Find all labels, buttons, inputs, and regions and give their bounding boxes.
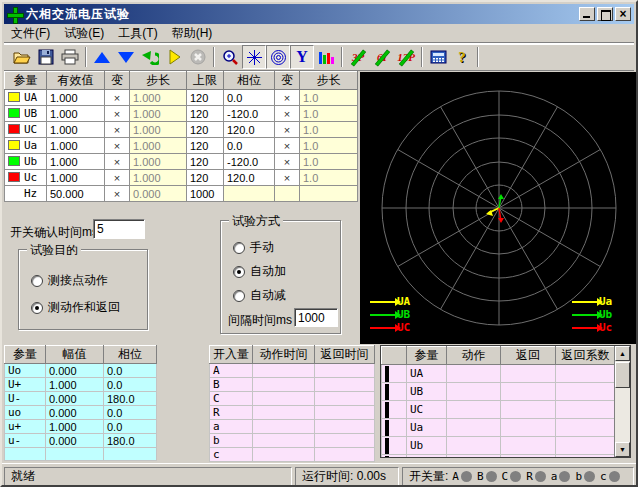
switch-dot-icon (609, 471, 620, 482)
interval-input[interactable] (294, 308, 338, 327)
checkbox[interactable] (385, 366, 389, 382)
rms-cell[interactable]: 1.000 (47, 154, 105, 170)
phase-cell[interactable]: -120.0 (224, 106, 275, 122)
close-button[interactable]: × (615, 7, 631, 21)
radio-icon[interactable] (233, 266, 245, 278)
checkbox[interactable] (385, 402, 389, 418)
move-down-button[interactable] (114, 45, 138, 69)
table-row: U-0.000180.0 (5, 392, 157, 406)
scroll-thumb[interactable] (615, 362, 630, 388)
col-checkbox (382, 347, 407, 365)
checkbox[interactable] (385, 384, 389, 400)
limit-cell[interactable]: 1000 (187, 186, 224, 202)
phase-cell[interactable]: 0.0 (224, 138, 275, 154)
start-button[interactable] (162, 45, 186, 69)
open-button[interactable] (10, 45, 34, 69)
table-row: C (210, 392, 375, 406)
var-cell (275, 186, 300, 202)
var-cell[interactable]: × (105, 122, 130, 138)
var-cell[interactable]: × (105, 138, 130, 154)
menu-file[interactable]: 文件(F) (4, 23, 57, 44)
phase-cell[interactable]: 120.0 (224, 122, 275, 138)
limit-cell[interactable]: 120 (187, 90, 224, 106)
radio-auto-increase[interactable]: 自动加 (233, 263, 286, 280)
question-mark-icon: ? (458, 49, 466, 66)
var-cell[interactable]: × (105, 186, 130, 202)
crosshair-view-button[interactable] (242, 45, 266, 69)
phase-cell[interactable]: 120.0 (224, 170, 275, 186)
var-cell[interactable]: × (275, 154, 300, 170)
move-up-button[interactable] (90, 45, 114, 69)
scroll-up-button[interactable]: ▲ (615, 346, 630, 361)
mode-12p-button[interactable]: 12P (394, 45, 418, 69)
rms-cell[interactable]: 50.000 (47, 186, 105, 202)
y-vector-icon: Y (296, 48, 308, 66)
calculator-icon (430, 50, 447, 64)
checkbox[interactable] (385, 420, 389, 436)
col-amplitude: 幅值 (46, 346, 104, 364)
var-cell[interactable]: × (275, 106, 300, 122)
interval-label: 间隔时间ms (228, 312, 292, 329)
mode-6i-button[interactable]: 6I (370, 45, 394, 69)
switch-indicator: a (551, 470, 571, 483)
menu-tools[interactable]: 工具(T) (111, 23, 164, 44)
limit-cell[interactable]: 120 (187, 122, 224, 138)
maximize-button[interactable] (597, 7, 613, 21)
help-button[interactable]: ? (450, 45, 474, 69)
rms-cell[interactable]: 1.000 (47, 106, 105, 122)
radio-icon[interactable] (233, 242, 245, 254)
app-window: { "window": { "title": "六相交流电压试验" }, "me… (0, 0, 638, 487)
rms-cell[interactable]: 1.000 (47, 138, 105, 154)
zoom-button[interactable] (218, 45, 242, 69)
calculator-button[interactable] (426, 45, 450, 69)
rms-cell[interactable]: 1.000 (47, 170, 105, 186)
vector-view-button[interactable]: Y (290, 45, 314, 69)
var-cell[interactable]: × (275, 170, 300, 186)
stop-button[interactable] (186, 45, 210, 69)
var-cell[interactable]: × (105, 154, 130, 170)
var-cell[interactable]: × (105, 90, 130, 106)
radio-icon[interactable] (233, 290, 245, 302)
var-cell[interactable]: × (105, 106, 130, 122)
phase-cell[interactable]: 0.0 (224, 90, 275, 106)
undo-button[interactable] (138, 45, 162, 69)
minimize-button[interactable] (579, 7, 595, 21)
var-cell[interactable]: × (275, 138, 300, 154)
limit-cell[interactable]: 120 (187, 138, 224, 154)
col-step2: 步长 (300, 72, 358, 90)
radio-contact-action[interactable]: 测接点动作 (31, 272, 108, 289)
checkbox[interactable] (385, 438, 389, 454)
col-limit: 上限 (187, 72, 224, 90)
radio-icon[interactable] (31, 275, 43, 287)
rms-cell[interactable]: 1.000 (47, 90, 105, 106)
radio-auto-decrease[interactable]: 自动减 (233, 287, 286, 304)
circle-view-button[interactable] (266, 45, 290, 69)
limit-cell[interactable]: 120 (187, 154, 224, 170)
parameter-table: 参量 有效值 变 步长 上限 相位 变 步长 UA 1.000 × 1.000 … (4, 71, 358, 202)
radio-icon[interactable] (31, 302, 43, 314)
color-swatch (8, 140, 20, 150)
var-cell[interactable]: × (275, 90, 300, 106)
menu-help[interactable]: 帮助(H) (165, 23, 220, 44)
limit-cell[interactable]: 120 (187, 170, 224, 186)
status-ready: 就绪 (4, 467, 292, 486)
step-cell: 1.0 (300, 122, 358, 138)
radio-action-return[interactable]: 测动作和返回 (31, 299, 120, 316)
radio-manual[interactable]: 手动 (233, 239, 274, 256)
vertical-scrollbar[interactable]: ▲ ▼ (614, 346, 630, 457)
rms-cell[interactable]: 1.000 (47, 122, 105, 138)
var-cell[interactable]: × (105, 170, 130, 186)
print-button[interactable] (58, 45, 82, 69)
step-cell: 1.000 (130, 154, 187, 170)
phase-cell[interactable]: -120.0 (224, 154, 275, 170)
confirm-time-input[interactable] (93, 219, 145, 239)
limit-cell[interactable]: 120 (187, 106, 224, 122)
mode-3p-button[interactable]: 3P (346, 45, 370, 69)
bar-graph-button[interactable] (314, 45, 338, 69)
arrow-icon (370, 314, 396, 316)
menu-test[interactable]: 试验(E) (57, 23, 111, 44)
checkbox[interactable] (385, 456, 389, 459)
var-cell[interactable]: × (275, 122, 300, 138)
save-button[interactable] (34, 45, 58, 69)
scroll-down-button[interactable]: ▼ (615, 442, 630, 457)
